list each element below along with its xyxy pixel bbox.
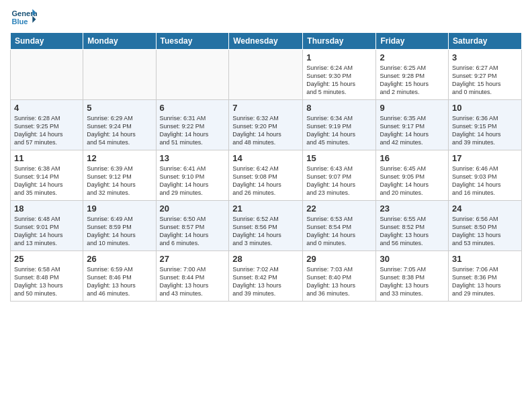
date-number: 15 <box>306 153 372 163</box>
calendar-cell: 9Sunrise: 6:35 AM Sunset: 9:17 PM Daylig… <box>376 100 449 150</box>
calendar-cell: 16Sunrise: 6:45 AM Sunset: 9:05 PM Dayli… <box>376 150 449 201</box>
logo: GeneralBlue <box>10 7 38 27</box>
calendar-header-row: Sunday Monday Tuesday Wednesday Thursday… <box>11 33 522 50</box>
date-number: 16 <box>380 153 445 163</box>
date-number: 8 <box>306 103 372 113</box>
cell-info-text: Sunrise: 6:53 AM Sunset: 8:54 PM Dayligh… <box>306 215 372 248</box>
page-header: GeneralBlue <box>10 7 522 27</box>
date-number: 25 <box>14 254 79 264</box>
cell-info-text: Sunrise: 6:31 AM Sunset: 9:22 PM Dayligh… <box>160 114 226 147</box>
header-tuesday: Tuesday <box>156 33 229 50</box>
calendar-cell: 11Sunrise: 6:38 AM Sunset: 9:14 PM Dayli… <box>11 150 83 201</box>
calendar-week-row: 1Sunrise: 6:24 AM Sunset: 9:30 PM Daylig… <box>11 50 522 100</box>
calendar-cell: 30Sunrise: 7:05 AM Sunset: 8:38 PM Dayli… <box>376 251 449 302</box>
calendar-cell: 2Sunrise: 6:25 AM Sunset: 9:28 PM Daylig… <box>376 50 449 100</box>
header-saturday: Saturday <box>449 33 522 50</box>
cell-info-text: Sunrise: 7:03 AM Sunset: 8:40 PM Dayligh… <box>306 265 372 298</box>
header-sunday: Sunday <box>11 33 83 50</box>
date-number: 28 <box>232 254 299 264</box>
calendar-cell: 25Sunrise: 6:58 AM Sunset: 8:48 PM Dayli… <box>11 251 83 302</box>
cell-info-text: Sunrise: 6:58 AM Sunset: 8:48 PM Dayligh… <box>14 265 79 298</box>
date-number: 22 <box>306 203 372 214</box>
calendar-cell <box>83 50 156 100</box>
date-number: 20 <box>160 203 226 214</box>
calendar-week-row: 25Sunrise: 6:58 AM Sunset: 8:48 PM Dayli… <box>11 251 522 302</box>
header-monday: Monday <box>83 33 156 50</box>
cell-info-text: Sunrise: 6:24 AM Sunset: 9:30 PM Dayligh… <box>306 64 372 97</box>
header-wednesday: Wednesday <box>229 33 303 50</box>
date-number: 29 <box>306 254 372 264</box>
calendar-cell: 23Sunrise: 6:55 AM Sunset: 8:52 PM Dayli… <box>376 201 449 251</box>
calendar-week-row: 4Sunrise: 6:28 AM Sunset: 9:25 PM Daylig… <box>11 100 522 150</box>
date-number: 3 <box>452 52 518 62</box>
cell-info-text: Sunrise: 6:42 AM Sunset: 9:08 PM Dayligh… <box>232 165 299 197</box>
calendar-cell: 15Sunrise: 6:43 AM Sunset: 9:07 PM Dayli… <box>303 150 376 201</box>
calendar-cell: 7Sunrise: 6:32 AM Sunset: 9:20 PM Daylig… <box>229 100 303 150</box>
calendar-cell <box>156 50 229 100</box>
date-number: 24 <box>452 203 518 214</box>
calendar-cell: 28Sunrise: 7:02 AM Sunset: 8:42 PM Dayli… <box>229 251 303 302</box>
calendar-cell: 22Sunrise: 6:53 AM Sunset: 8:54 PM Dayli… <box>303 201 376 251</box>
date-number: 4 <box>14 103 79 113</box>
calendar-cell <box>11 50 83 100</box>
cell-info-text: Sunrise: 6:50 AM Sunset: 8:57 PM Dayligh… <box>160 215 226 248</box>
calendar-cell: 8Sunrise: 6:34 AM Sunset: 9:19 PM Daylig… <box>303 100 376 150</box>
logo-icon: GeneralBlue <box>10 7 37 27</box>
calendar-cell: 10Sunrise: 6:36 AM Sunset: 9:15 PM Dayli… <box>449 100 522 150</box>
calendar-cell: 13Sunrise: 6:41 AM Sunset: 9:10 PM Dayli… <box>156 150 229 201</box>
calendar-cell: 3Sunrise: 6:27 AM Sunset: 9:27 PM Daylig… <box>449 50 522 100</box>
date-number: 11 <box>14 153 79 163</box>
calendar-cell: 17Sunrise: 6:46 AM Sunset: 9:03 PM Dayli… <box>449 150 522 201</box>
cell-info-text: Sunrise: 6:25 AM Sunset: 9:28 PM Dayligh… <box>380 64 445 97</box>
calendar-cell: 6Sunrise: 6:31 AM Sunset: 9:22 PM Daylig… <box>156 100 229 150</box>
calendar-table: Sunday Monday Tuesday Wednesday Thursday… <box>10 32 522 302</box>
calendar-cell: 27Sunrise: 7:00 AM Sunset: 8:44 PM Dayli… <box>156 251 229 302</box>
calendar-cell: 26Sunrise: 6:59 AM Sunset: 8:46 PM Dayli… <box>83 251 156 302</box>
cell-info-text: Sunrise: 6:56 AM Sunset: 8:50 PM Dayligh… <box>452 215 518 248</box>
cell-info-text: Sunrise: 6:55 AM Sunset: 8:52 PM Dayligh… <box>380 215 445 248</box>
date-number: 12 <box>87 153 152 163</box>
date-number: 14 <box>232 153 299 163</box>
calendar-cell <box>229 50 303 100</box>
cell-info-text: Sunrise: 7:05 AM Sunset: 8:38 PM Dayligh… <box>380 265 445 298</box>
date-number: 26 <box>87 254 152 264</box>
cell-info-text: Sunrise: 6:52 AM Sunset: 8:56 PM Dayligh… <box>232 215 299 248</box>
calendar-cell: 5Sunrise: 6:29 AM Sunset: 9:24 PM Daylig… <box>83 100 156 150</box>
calendar-cell: 19Sunrise: 6:49 AM Sunset: 8:59 PM Dayli… <box>83 201 156 251</box>
date-number: 17 <box>452 153 518 163</box>
calendar-cell: 1Sunrise: 6:24 AM Sunset: 9:30 PM Daylig… <box>303 50 376 100</box>
cell-info-text: Sunrise: 6:59 AM Sunset: 8:46 PM Dayligh… <box>87 265 152 298</box>
cell-info-text: Sunrise: 6:36 AM Sunset: 9:15 PM Dayligh… <box>452 114 518 147</box>
header-thursday: Thursday <box>303 33 376 50</box>
cell-info-text: Sunrise: 7:02 AM Sunset: 8:42 PM Dayligh… <box>232 265 299 298</box>
calendar-cell: 12Sunrise: 6:39 AM Sunset: 9:12 PM Dayli… <box>83 150 156 201</box>
calendar-cell: 14Sunrise: 6:42 AM Sunset: 9:08 PM Dayli… <box>229 150 303 201</box>
cell-info-text: Sunrise: 6:49 AM Sunset: 8:59 PM Dayligh… <box>87 215 152 248</box>
cell-info-text: Sunrise: 6:45 AM Sunset: 9:05 PM Dayligh… <box>380 165 445 197</box>
cell-info-text: Sunrise: 6:48 AM Sunset: 9:01 PM Dayligh… <box>14 215 79 248</box>
date-number: 30 <box>380 254 445 264</box>
cell-info-text: Sunrise: 6:29 AM Sunset: 9:24 PM Dayligh… <box>87 114 152 147</box>
calendar-week-row: 18Sunrise: 6:48 AM Sunset: 9:01 PM Dayli… <box>11 201 522 251</box>
cell-info-text: Sunrise: 7:00 AM Sunset: 8:44 PM Dayligh… <box>160 265 226 298</box>
date-number: 7 <box>232 103 299 113</box>
cell-info-text: Sunrise: 6:32 AM Sunset: 9:20 PM Dayligh… <box>232 114 299 147</box>
date-number: 10 <box>452 103 518 113</box>
date-number: 2 <box>380 52 445 62</box>
date-number: 18 <box>14 203 79 214</box>
calendar-week-row: 11Sunrise: 6:38 AM Sunset: 9:14 PM Dayli… <box>11 150 522 201</box>
cell-info-text: Sunrise: 6:28 AM Sunset: 9:25 PM Dayligh… <box>14 114 79 147</box>
cell-info-text: Sunrise: 6:27 AM Sunset: 9:27 PM Dayligh… <box>452 64 518 97</box>
cell-info-text: Sunrise: 6:41 AM Sunset: 9:10 PM Dayligh… <box>160 165 226 197</box>
date-number: 9 <box>380 103 445 113</box>
calendar-cell: 20Sunrise: 6:50 AM Sunset: 8:57 PM Dayli… <box>156 201 229 251</box>
date-number: 23 <box>380 203 445 214</box>
date-number: 6 <box>160 103 226 113</box>
cell-info-text: Sunrise: 6:34 AM Sunset: 9:19 PM Dayligh… <box>306 114 372 147</box>
date-number: 31 <box>452 254 518 264</box>
calendar-cell: 21Sunrise: 6:52 AM Sunset: 8:56 PM Dayli… <box>229 201 303 251</box>
page-container: GeneralBlue Sunday Monday Tuesday Wednes… <box>0 0 532 308</box>
date-number: 5 <box>87 103 152 113</box>
date-number: 21 <box>232 203 299 214</box>
cell-info-text: Sunrise: 6:46 AM Sunset: 9:03 PM Dayligh… <box>452 165 518 197</box>
